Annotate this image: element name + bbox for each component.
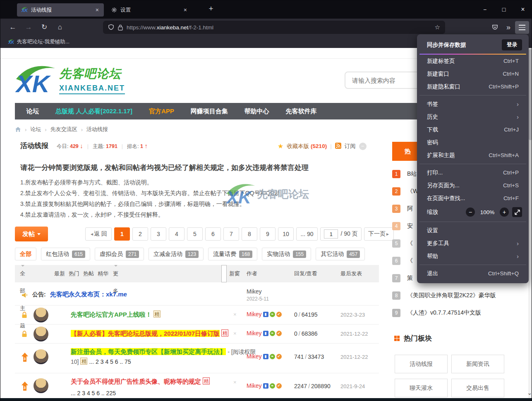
nav-item-rules[interactable]: 总版规 人人必看[2022.1.17]	[55, 107, 132, 115]
page-ellipsis[interactable]: ... 90	[296, 227, 318, 241]
avatar[interactable]	[34, 327, 48, 341]
menu-item-new-private-window[interactable]: 新建隐私窗口Ctrl+Shift+P	[417, 80, 529, 93]
menu-item-more-tools[interactable]: 更多工具›	[417, 237, 529, 250]
close-preview-icon[interactable]: ×	[233, 311, 237, 317]
avatar[interactable]	[34, 349, 48, 364]
overflow-chevrons-icon[interactable]: »	[502, 19, 515, 36]
zoom-level[interactable]: 100%	[478, 209, 496, 215]
sort-digest[interactable]: 精华	[98, 265, 108, 282]
page-7[interactable]: 7	[223, 227, 239, 241]
tab-settings[interactable]: 设置 ×	[107, 3, 192, 17]
breadcrumb-forum[interactable]: 论坛	[30, 126, 41, 133]
filter-vip[interactable]: 虚拟会员271	[95, 248, 144, 260]
page-jump-input[interactable]	[324, 229, 338, 239]
menu-item-quit[interactable]: 退出Ctrl+Shift+Q	[417, 267, 529, 280]
fullscreen-button[interactable]	[512, 207, 522, 217]
menu-item-new-window[interactable]: 新建窗口Ctrl+N	[417, 67, 529, 80]
rank-item[interactable]: 8《美国职业摔角联盟2K22》豪华版	[392, 291, 525, 301]
menu-item-addons[interactable]: 扩展和主题Ctrl+Shift+A	[417, 149, 529, 162]
filter-all[interactable]: 全部	[15, 248, 36, 260]
thread-title[interactable]: 【新人必看】先客吧论坛总版规，2022/01/07日修订版精	[71, 329, 230, 339]
minimize-button[interactable]: −	[475, 0, 494, 19]
forum-shortcut[interactable]: 交易出售	[451, 379, 504, 397]
avatar[interactable]	[34, 308, 48, 322]
site-logo[interactable]: XK	[15, 63, 56, 97]
next-page-button[interactable]: 下一页▸	[364, 227, 394, 241]
announcement-link[interactable]: 先客吧永久发布页：xk7.me	[50, 291, 127, 298]
sort-hot[interactable]: 热门	[69, 265, 79, 282]
thread-author[interactable]: Mikey ▮❧✔	[247, 330, 282, 337]
menu-item-new-tab[interactable]: 新建标签页Ctrl+T	[417, 55, 529, 67]
filter-redpacket[interactable]: 红包活动615	[41, 248, 90, 260]
menu-item-downloads[interactable]: 下载Ctrl+J	[417, 123, 529, 136]
page-1[interactable]: 1	[114, 227, 130, 241]
thread-row[interactable]: 3 关于会员不得使用广告性质头像、昵称等的规定精... 2 3 4 5 6 ..…	[15, 373, 379, 398]
thread-row[interactable]: 先客吧论坛官方APP上线啦！精 × Mikey ▮❧✔ 0/64195 2022…	[15, 306, 379, 325]
home-button[interactable]: ⌂	[53, 19, 67, 36]
menu-item-print[interactable]: 打印...Ctrl+P	[417, 166, 529, 179]
tab-close-icon[interactable]: ×	[183, 7, 188, 13]
hamburger-menu-button[interactable]	[515, 21, 529, 34]
thread-title[interactable]: 先客吧论坛官方APP上线啦！精	[71, 310, 162, 320]
page-6[interactable]: 6	[205, 227, 221, 241]
thread-author[interactable]: Mikey ▮❧✔	[247, 382, 282, 389]
page-4[interactable]: 4	[169, 227, 185, 241]
signin-button[interactable]: 登录	[502, 39, 522, 50]
page-3[interactable]: 3	[151, 227, 166, 241]
forum-shortcut[interactable]: 聊天灌水	[395, 379, 448, 397]
rank-item[interactable]: 9《人渣》v0.7.7.47514中文版	[392, 308, 525, 318]
menu-item-find[interactable]: 在页面中查找...Ctrl+F	[417, 192, 529, 205]
nav-item-forum[interactable]: 论坛	[26, 107, 39, 115]
close-window-button[interactable]: ×	[513, 0, 532, 19]
new-window-checkbox[interactable]	[221, 265, 227, 282]
sort-newest[interactable]: 最新	[54, 265, 65, 282]
filter-other[interactable]: 其它活动457	[316, 248, 365, 260]
menu-item-bookmarks[interactable]: 书签›	[417, 98, 529, 110]
reload-button[interactable]: ↻	[38, 19, 51, 36]
thread-author[interactable]: Mikey ▮❧✔	[247, 311, 282, 317]
pocket-icon[interactable]	[488, 19, 502, 36]
scrollbar-thumb[interactable]	[529, 49, 532, 140]
close-preview-icon[interactable]: ×	[233, 350, 237, 356]
url-bar[interactable]: https://www.xiankeba.net/f-2-1.html ☆	[103, 21, 445, 34]
nav-item-app[interactable]: 官方APP	[149, 107, 174, 115]
thread-row[interactable]: 【新人必看】先客吧论坛总版规，2022/01/07日修订版精 × Mikey ▮…	[15, 325, 379, 344]
page-10[interactable]: 10	[278, 227, 294, 241]
avatar[interactable]	[34, 378, 48, 393]
bookmark-item[interactable]: 先客吧论坛-我爱辅助...	[17, 38, 69, 45]
home-icon[interactable]	[15, 127, 21, 132]
tab-close-icon[interactable]: ×	[95, 7, 100, 13]
filter-data[interactable]: 流量话费168	[208, 248, 257, 260]
menu-item-settings[interactable]: 设置	[417, 224, 529, 237]
nav-item-software[interactable]: 先客软件库	[286, 107, 317, 115]
zoom-out-button[interactable]: −	[466, 208, 475, 217]
page-5[interactable]: 5	[187, 227, 203, 241]
menu-item-history[interactable]: 历史›	[417, 110, 529, 123]
menu-item-save-page[interactable]: 另存页面为...Ctrl+S	[417, 179, 529, 192]
maximize-button[interactable]: □	[494, 0, 513, 19]
page-2[interactable]: 2	[132, 227, 148, 241]
menu-item-passwords[interactable]: 密码	[417, 136, 529, 149]
scroll-down-icon[interactable]: ⌄	[527, 390, 532, 396]
scrollbar[interactable]	[528, 48, 532, 398]
breadcrumb-section[interactable]: 先友交流区	[50, 126, 77, 133]
nav-item-projects[interactable]: 网赚项目合集	[191, 107, 228, 115]
zoom-in-button[interactable]: +	[500, 208, 509, 217]
bookmark-star-icon[interactable]: ☆	[435, 24, 440, 31]
page-8[interactable]: 8	[242, 227, 257, 241]
breadcrumb-current[interactable]: 活动线报	[86, 126, 108, 133]
close-preview-icon[interactable]: ×	[233, 379, 237, 385]
thread-author[interactable]: Mikey ▮❧✔	[247, 353, 282, 360]
sort-hotpost[interactable]: 热帖	[83, 265, 94, 282]
filter-physical[interactable]: 实物活动155	[262, 248, 311, 260]
back-page-button[interactable]: ◂返 回	[85, 227, 112, 241]
back-button[interactable]: ←	[6, 19, 19, 36]
nav-item-help[interactable]: 帮助中心	[244, 107, 269, 115]
subscribe-link[interactable]: 订阅	[345, 143, 356, 150]
forward-button[interactable]: →	[22, 19, 35, 36]
announcement-row[interactable]: 公告: 先客吧永久发布页：xk7.me Mikey 2022-5-11	[15, 286, 379, 306]
announcement-author[interactable]: Mikey	[247, 288, 262, 295]
new-tab-button[interactable]: +	[206, 4, 216, 13]
forum-shortcut[interactable]: 活动线报	[395, 355, 448, 373]
new-post-button[interactable]: 发帖	[15, 227, 48, 241]
